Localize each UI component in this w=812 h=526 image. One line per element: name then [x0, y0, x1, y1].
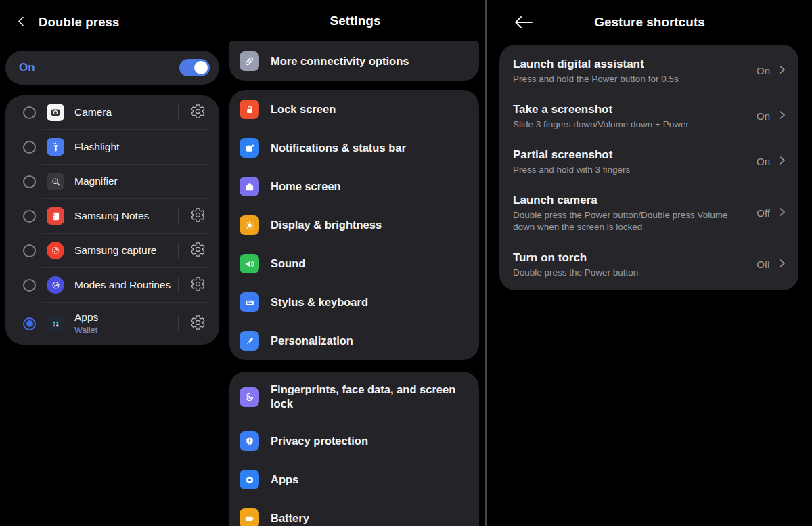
divider	[178, 105, 179, 120]
connectivity-icon	[240, 51, 259, 71]
settings-item-stylus-keyboard[interactable]: Stylus & keyboard	[229, 283, 479, 322]
camera-app-icon	[47, 104, 64, 121]
page-title: Settings	[330, 14, 381, 28]
notifications-icon	[240, 138, 259, 158]
privacy-protection-icon	[240, 431, 259, 451]
apps-grid-app-icon	[47, 315, 64, 332]
divider	[178, 243, 179, 258]
option-row-camera[interactable]: Camera	[5, 95, 219, 129]
chevron-right-icon	[777, 110, 786, 123]
settings-item-label: Privacy protection	[271, 434, 368, 448]
settings-item-display[interactable]: Display & brightness	[229, 206, 479, 244]
flashlight-app-icon	[47, 138, 64, 156]
settings-gear-icon[interactable]	[190, 104, 206, 122]
gesture-item-launch-camera[interactable]: Launch camera Double press the Power but…	[499, 184, 798, 242]
page-title: Double press	[39, 15, 120, 30]
radio-button[interactable]	[23, 175, 36, 188]
personalization-icon	[240, 331, 259, 351]
sound-icon	[240, 254, 259, 273]
option-row-magnifier[interactable]: Magnifier	[5, 165, 219, 198]
master-switch-label: On	[19, 61, 35, 74]
settings-item-label: Battery	[271, 511, 309, 525]
settings-item-notifications[interactable]: Notifications & status bar	[229, 129, 479, 167]
settings-gear-icon[interactable]	[190, 242, 206, 260]
settings-card-security: Fingerprints, face data, and screen lock…	[229, 372, 479, 526]
gesture-subtitle: Press and hold the Power button for 0.5s	[513, 73, 747, 85]
settings-gear-icon[interactable]	[190, 315, 206, 333]
gesture-shortcuts-header: Gesture shortcuts	[487, 0, 812, 45]
settings-header: Settings	[225, 0, 486, 41]
settings-card-connectivity: More connectivity options	[229, 41, 479, 81]
gesture-item-digital-assistant[interactable]: Launch digital assistant Press and hold …	[499, 48, 798, 93]
settings-item-label: Lock screen	[271, 102, 336, 116]
magnifier-app-icon	[47, 173, 64, 190]
gesture-shortcuts-screen: Gesture shortcuts Launch digital assista…	[487, 0, 812, 526]
settings-item-label: Home screen	[271, 179, 341, 194]
gesture-value: Off	[757, 259, 770, 270]
display-brightness-icon	[240, 215, 259, 235]
settings-item-label: Display & brightness	[271, 218, 382, 232]
settings-item-fingerprints[interactable]: Fingerprints, face data, and screen lock	[229, 372, 479, 422]
gesture-item-turn-on-torch[interactable]: Turn on torch Double press the Power but…	[499, 242, 798, 287]
master-switch-row[interactable]: On	[5, 51, 219, 85]
settings-item-label: Personalization	[271, 334, 353, 348]
home-screen-icon	[240, 177, 259, 196]
radio-button[interactable]	[23, 210, 36, 223]
gesture-title: Turn on torch	[513, 250, 747, 266]
settings-item-lock-screen[interactable]: Lock screen	[229, 90, 479, 129]
settings-gear-icon[interactable]	[190, 207, 206, 225]
settings-item-label: Apps	[271, 473, 298, 487]
option-label: Samsung Notes	[74, 210, 178, 223]
master-switch-toggle[interactable]	[179, 59, 210, 76]
settings-item-label: Fingerprints, face data, and screen lock	[271, 382, 467, 410]
settings-gear-icon[interactable]	[190, 276, 206, 294]
divider	[178, 316, 179, 331]
settings-item-apps[interactable]: Apps	[229, 460, 479, 499]
double-press-options-card: Camera Flashlight	[5, 95, 219, 345]
stylus-keyboard-icon	[240, 292, 259, 312]
option-row-apps[interactable]: Apps Wallet	[5, 303, 219, 345]
option-row-flashlight[interactable]: Flashlight	[5, 130, 219, 164]
battery-icon	[240, 508, 259, 526]
apps-icon	[240, 470, 259, 489]
panel-separator	[485, 0, 487, 526]
radio-button[interactable]	[23, 141, 36, 154]
settings-item-label: Sound	[271, 257, 305, 271]
option-sublabel: Wallet	[74, 326, 178, 336]
gesture-value: Off	[757, 207, 770, 219]
gesture-title: Partial screenshot	[513, 147, 747, 163]
option-row-samsung-capture[interactable]: Samsung capture	[5, 234, 219, 267]
settings-item-home-screen[interactable]: Home screen	[229, 167, 479, 206]
option-label: Camera	[74, 106, 178, 119]
gesture-subtitle: Slide 3 fingers down/Volume down + Power	[513, 118, 747, 131]
gesture-subtitle: Double press the Power button/Double pre…	[513, 209, 746, 234]
settings-item-battery[interactable]: Battery	[229, 499, 479, 526]
radio-button[interactable]	[23, 279, 36, 292]
settings-card-main: Lock screen Notifications & status bar H…	[229, 90, 479, 360]
option-label: Apps Wallet	[74, 311, 178, 336]
gesture-subtitle: Press and hold with 3 fingers	[513, 164, 747, 176]
option-label: Flashlight	[74, 141, 206, 154]
radio-button[interactable]	[23, 106, 36, 119]
gesture-item-take-screenshot[interactable]: Take a screenshot Slide 3 fingers down/V…	[499, 93, 798, 139]
settings-item-privacy[interactable]: Privacy protection	[229, 422, 479, 460]
radio-button-selected[interactable]	[23, 317, 36, 330]
lock-screen-icon	[240, 100, 259, 119]
option-title: Apps	[74, 311, 98, 323]
settings-item-more-connectivity[interactable]: More connectivity options	[229, 41, 479, 81]
back-chevron-icon[interactable]	[16, 16, 27, 30]
double-press-header: Double press	[0, 0, 225, 45]
samsung-capture-app-icon	[47, 242, 64, 259]
option-row-modes-routines[interactable]: Modes and Routines	[5, 268, 219, 302]
settings-item-personalization[interactable]: Personalization	[229, 322, 479, 360]
fingerprints-icon	[240, 387, 259, 407]
gesture-value: On	[757, 156, 770, 167]
samsung-notes-app-icon	[47, 207, 64, 225]
gesture-value: On	[757, 110, 770, 122]
settings-item-sound[interactable]: Sound	[229, 244, 479, 283]
radio-button[interactable]	[23, 244, 36, 257]
gesture-title: Launch digital assistant	[513, 56, 747, 72]
gesture-item-partial-screenshot[interactable]: Partial screenshot Press and hold with 3…	[499, 139, 798, 184]
gesture-shortcuts-card: Launch digital assistant Press and hold …	[499, 45, 798, 290]
option-row-samsung-notes[interactable]: Samsung Notes	[5, 199, 219, 233]
